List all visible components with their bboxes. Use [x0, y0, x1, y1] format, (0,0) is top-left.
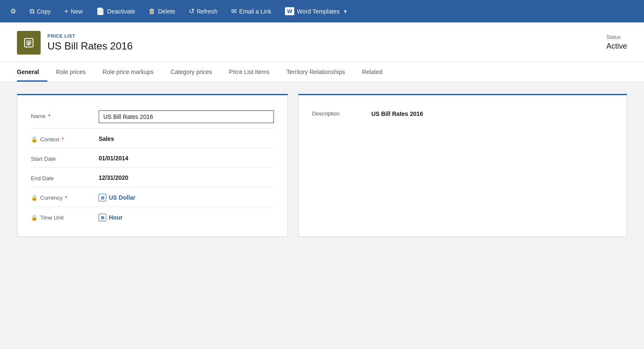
- currency-lock-icon: 🔒: [31, 195, 38, 201]
- tabs-bar: General Role prices Role price markups C…: [0, 62, 644, 82]
- tab-related[interactable]: Related: [354, 62, 391, 82]
- end-date-value: 12/31/2020: [99, 173, 274, 181]
- time-unit-link-label: Hour: [109, 214, 123, 221]
- deactivate-button[interactable]: 📄 Deactivate: [89, 0, 142, 22]
- refresh-icon: ↺: [189, 7, 194, 15]
- new-button[interactable]: + New: [58, 0, 89, 22]
- tab-territory-relationships[interactable]: Territory Relationships: [278, 62, 354, 82]
- delete-button[interactable]: 🗑 Delete: [142, 0, 182, 22]
- tab-role-prices[interactable]: Role prices: [47, 62, 94, 82]
- copy-icon: ⧉: [30, 8, 34, 15]
- settings-button[interactable]: ⚙: [3, 0, 23, 22]
- email-link-label: Email a Link: [239, 8, 271, 15]
- refresh-button[interactable]: ↺ Refresh: [182, 0, 224, 22]
- name-required: *: [48, 113, 50, 119]
- time-unit-field-row: 🔒 Time Unit ⊞ Hour: [31, 207, 274, 226]
- start-date-field-row: Start Date 01/01/2014: [31, 148, 274, 168]
- end-date-label: End Date: [31, 173, 99, 181]
- name-label: Name *: [31, 110, 99, 119]
- tab-role-price-markups[interactable]: Role price markups: [94, 62, 162, 82]
- entity-info: PRICE LIST US Bill Rates 2016: [47, 33, 133, 52]
- new-label: New: [71, 8, 83, 15]
- context-label: 🔒 Context *: [31, 134, 99, 143]
- email-icon: ✉: [231, 7, 237, 15]
- email-link-button[interactable]: ✉ Email a Link: [224, 0, 278, 22]
- description-value: US Bill Rates 2016: [371, 110, 423, 117]
- word-templates-dropdown-icon: ▼: [343, 9, 348, 14]
- currency-value: ⊞ US Dollar: [99, 192, 274, 201]
- header-left: $ PRICE LIST US Bill Rates 2016: [17, 31, 133, 55]
- tab-general[interactable]: General: [17, 62, 47, 82]
- currency-link[interactable]: ⊞ US Dollar: [99, 194, 274, 201]
- delete-label: Delete: [158, 8, 175, 15]
- currency-link-icon: ⊞: [99, 194, 106, 201]
- copy-button[interactable]: ⧉ Copy: [23, 0, 58, 22]
- time-unit-label: 🔒 Time Unit: [31, 212, 99, 221]
- page-title: US Bill Rates 2016: [47, 40, 133, 52]
- deactivate-icon: 📄: [96, 7, 105, 15]
- time-unit-link-icon: ⊞: [99, 214, 106, 221]
- context-field-row: 🔒 Context * Sales: [31, 129, 274, 148]
- currency-link-label: US Dollar: [109, 194, 135, 201]
- delete-icon: 🗑: [149, 8, 155, 15]
- word-icon: W: [285, 7, 294, 15]
- status-section: Status Active: [606, 31, 627, 51]
- description-row: Description US Bill Rates 2016: [312, 105, 613, 122]
- form-panel: Name * 🔒 Context * Sales Start Date 01/0…: [17, 94, 288, 237]
- name-field-row: Name *: [31, 105, 274, 129]
- entity-label: PRICE LIST: [47, 33, 133, 38]
- copy-label: Copy: [37, 8, 51, 15]
- currency-required: *: [65, 195, 67, 201]
- status-value: Active: [606, 42, 627, 51]
- context-lock-icon: 🔒: [31, 136, 38, 143]
- time-unit-lock-icon: 🔒: [31, 214, 38, 221]
- start-date-value: 01/01/2014: [99, 153, 274, 162]
- time-unit-value: ⊞ Hour: [99, 212, 274, 221]
- word-templates-label: Word Templates: [297, 8, 340, 15]
- tab-category-prices[interactable]: Category prices: [162, 62, 221, 82]
- time-unit-link[interactable]: ⊞ Hour: [99, 214, 274, 221]
- description-panel: Description US Bill Rates 2016: [298, 94, 627, 237]
- entity-icon: $: [17, 31, 41, 55]
- settings-icon: ⚙: [10, 7, 16, 15]
- description-label: Description: [312, 110, 371, 117]
- svg-text:$: $: [28, 42, 30, 46]
- start-date-label: Start Date: [31, 153, 99, 162]
- page-header: $ PRICE LIST US Bill Rates 2016 Status A…: [0, 22, 644, 62]
- word-templates-button[interactable]: W Word Templates ▼: [278, 0, 354, 22]
- currency-field-row: 🔒 Currency * ⊞ US Dollar: [31, 187, 274, 207]
- tab-price-list-items[interactable]: Price List Items: [221, 62, 278, 82]
- new-icon: +: [64, 8, 68, 15]
- end-date-field-row: End Date 12/31/2020: [31, 168, 274, 187]
- refresh-label: Refresh: [197, 8, 218, 15]
- name-input[interactable]: [99, 110, 274, 123]
- context-required: *: [62, 136, 64, 143]
- currency-label: 🔒 Currency *: [31, 192, 99, 201]
- content-area: Name * 🔒 Context * Sales Start Date 01/0…: [0, 82, 644, 249]
- context-value: Sales: [99, 134, 274, 142]
- deactivate-label: Deactivate: [107, 8, 135, 15]
- status-label: Status: [606, 34, 627, 40]
- toolbar: ⚙ ⧉ Copy + New 📄 Deactivate 🗑 Delete ↺ R…: [0, 0, 644, 22]
